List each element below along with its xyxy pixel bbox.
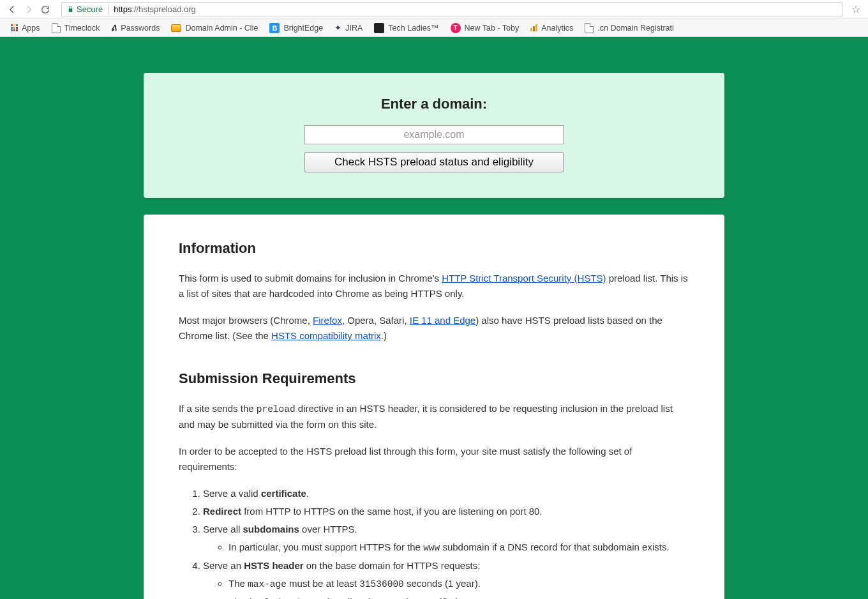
address-bar[interactable]: Secure https://hstspreload.org: [61, 2, 842, 17]
back-button[interactable]: [4, 1, 20, 18]
req-4-sub-1: The max-age must be at least 31536000 se…: [228, 576, 689, 592]
information-heading: Information: [179, 240, 689, 257]
browser-toolbar: Secure https://hstspreload.org ☆: [0, 0, 868, 19]
brightedge-icon: B: [269, 23, 280, 33]
tech-ladies-icon: [374, 23, 384, 33]
forward-button[interactable]: [20, 1, 37, 18]
apps-icon: [11, 24, 18, 31]
bookmark-cn-domain[interactable]: .cn Domain Registrati: [580, 21, 678, 35]
analytics-icon: [530, 24, 537, 31]
info-paragraph-2: Most major browsers (Chrome, Firefox, Op…: [179, 313, 689, 344]
bookmark-analytics[interactable]: Analytics: [526, 22, 578, 34]
hsts-link[interactable]: HTTP Strict Transport Security (HSTS): [442, 273, 606, 284]
bookmark-toby[interactable]: TNew Tab - Toby: [446, 21, 524, 35]
secure-label: Secure: [77, 4, 103, 14]
info-card: Information This form is used to submit …: [144, 215, 724, 599]
requirements-list: Serve a valid certificate. Redirect from…: [203, 486, 689, 599]
reload-button[interactable]: [37, 1, 54, 18]
compat-matrix-link[interactable]: HSTS compatibility matrix: [271, 330, 381, 341]
req-4: Serve an HSTS header on the base domain …: [203, 558, 689, 599]
domain-input[interactable]: [304, 125, 564, 144]
req-3: Serve all subdomains over HTTPS. In part…: [203, 522, 689, 556]
bookmark-passwords[interactable]: ᕕPasswords: [107, 21, 164, 34]
page-body: Enter a domain: Check HSTS preload statu…: [0, 37, 868, 599]
jira-icon: ✦: [334, 23, 341, 33]
domain-form-card: Enter a domain: Check HSTS preload statu…: [144, 73, 724, 198]
bookmark-jira[interactable]: ✦JIRA: [330, 21, 367, 34]
url-text: https://hstspreload.org: [114, 4, 196, 14]
toby-icon: T: [451, 23, 461, 33]
passwords-icon: ᕕ: [111, 23, 117, 33]
info-paragraph-1: This form is used to submit domains for …: [179, 271, 689, 301]
submission-heading: Submission Requirements: [179, 370, 689, 387]
form-title: Enter a domain:: [163, 96, 705, 112]
bookmark-apps[interactable]: Apps: [6, 22, 45, 34]
firefox-link[interactable]: Firefox: [313, 315, 342, 326]
bookmark-tech-ladies[interactable]: Tech Ladies™: [370, 21, 443, 35]
bookmark-domain-admin[interactable]: Domain Admin - Clie: [167, 22, 262, 34]
document-icon: [52, 23, 61, 33]
submission-paragraph-2: In order to be accepted to the HSTS prel…: [179, 444, 689, 474]
document-icon: [585, 23, 594, 33]
submission-paragraph-1: If a site sends the preload directive in…: [179, 401, 689, 432]
ie-edge-link[interactable]: IE 11 and Edge: [410, 315, 475, 326]
req-3-sub: In particular, you must support HTTPS fo…: [228, 540, 689, 556]
req-1: Serve a valid certificate.: [203, 486, 689, 501]
req-4-sub-2: The includeSubDomains directive must be …: [228, 595, 689, 599]
bookmark-brightedge[interactable]: BBrightEdge: [265, 21, 327, 35]
domain-admin-icon: [171, 24, 181, 32]
lock-icon: [67, 6, 74, 13]
bookmark-star-icon[interactable]: ☆: [848, 3, 864, 15]
secure-indicator: Secure: [67, 4, 108, 14]
req-2: Redirect from HTTP to HTTPS on the same …: [203, 504, 689, 519]
check-status-button[interactable]: Check HSTS preload status and eligibilit…: [304, 152, 564, 172]
bookmarks-bar: Apps Timeclock ᕕPasswords Domain Admin -…: [0, 19, 868, 37]
bookmark-timeclock[interactable]: Timeclock: [47, 21, 105, 35]
